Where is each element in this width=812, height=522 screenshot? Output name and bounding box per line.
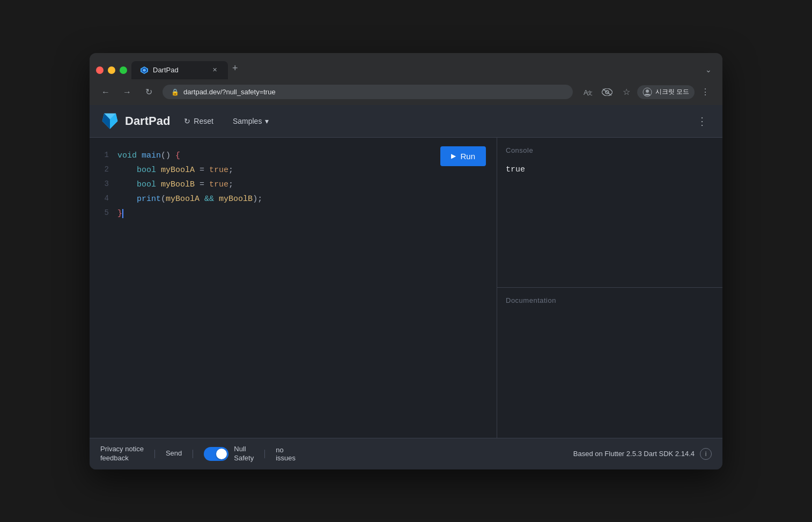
run-play-icon: ▶	[451, 152, 456, 160]
svg-point-8	[646, 90, 649, 93]
reload-button[interactable]: ↻	[141, 85, 156, 100]
line-number-3: 3	[100, 177, 109, 191]
code-editor[interactable]: ▶ Run 1 void main() { 2 bool myBoolA = t…	[90, 138, 497, 438]
dartpad-logo-icon	[100, 111, 120, 131]
run-label: Run	[460, 152, 475, 161]
close-button[interactable]	[96, 66, 104, 74]
code-content-2: bool myBoolA = true;	[117, 163, 233, 177]
privacy-label: Privacy notice	[100, 445, 144, 453]
footer-separator-3	[264, 450, 265, 458]
code-content-3: bool myBoolB = true;	[117, 177, 233, 192]
active-tab[interactable]: DartPad ✕	[131, 61, 228, 79]
version-text: Based on Flutter 2.5.3 Dart SDK 2.14.4	[573, 450, 695, 458]
toggle-knob	[216, 449, 227, 459]
dartpad-title: DartPad	[125, 114, 170, 128]
footer-version: Based on Flutter 2.5.3 Dart SDK 2.14.4 i	[573, 448, 712, 460]
svg-text:文: 文	[587, 90, 593, 96]
traffic-lights	[96, 66, 127, 79]
console-section: Console true	[497, 138, 722, 288]
tab-title: DartPad	[153, 66, 205, 74]
samples-button[interactable]: Samples ▾	[227, 114, 274, 129]
null-safety-toggle[interactable]: NullSafety	[204, 445, 254, 463]
line-number-2: 2	[100, 163, 109, 176]
footer: Privacy notice feedback Send NullSafety …	[90, 438, 722, 469]
menu-icon[interactable]: ⋮	[697, 84, 714, 101]
issues-badge: noissues	[276, 446, 296, 462]
minimize-button[interactable]	[108, 66, 115, 74]
code-line-4: 4 print(myBoolA && myBoolB);	[100, 192, 486, 206]
tab-bar: DartPad ✕ + ⌄	[131, 58, 716, 79]
code-line-5: 5 }	[100, 206, 486, 221]
reset-button[interactable]: ↻ Reset	[179, 114, 219, 129]
line-number-4: 4	[100, 192, 109, 205]
forward-button[interactable]: →	[120, 85, 135, 100]
info-icon-button[interactable]: i	[700, 448, 712, 460]
code-content-5: }	[117, 206, 123, 221]
tab-more-button[interactable]: ⌄	[701, 61, 716, 79]
reset-icon: ↻	[184, 117, 190, 125]
back-button[interactable]: ←	[98, 85, 113, 100]
maximize-button[interactable]	[120, 66, 127, 74]
privacy-notice-link[interactable]: Privacy notice feedback	[100, 445, 144, 463]
toggle-switch[interactable]	[204, 447, 228, 461]
code-line-2: 2 bool myBoolA = true;	[100, 163, 486, 177]
console-output: true	[506, 161, 714, 178]
send-feedback-link[interactable]: Send	[166, 449, 182, 458]
right-panel: Console true Documentation	[497, 138, 722, 438]
line-number-5: 5	[100, 206, 109, 220]
incognito-label: 시크릿 모드	[655, 87, 689, 96]
new-tab-button[interactable]: +	[228, 58, 242, 79]
samples-arrow-icon: ▾	[265, 117, 269, 125]
browser-window: DartPad ✕ + ⌄ ← → ↻ 🔒 dartpad.dev/?null_…	[90, 53, 722, 469]
documentation-title: Documentation	[506, 296, 714, 304]
star-icon[interactable]: ☆	[618, 84, 635, 101]
line-number-1: 1	[100, 148, 109, 162]
more-menu-button[interactable]: ⋮	[692, 113, 712, 130]
code-line-3: 3 bool myBoolB = true;	[100, 177, 486, 192]
footer-separator-2	[193, 450, 193, 458]
toolbar-icons: A 文 ☆ 시크릿 모드 ⋮	[579, 84, 714, 101]
code-line-1: 1 void main() {	[100, 148, 486, 163]
run-button[interactable]: ▶ Run	[440, 146, 486, 166]
title-bar: DartPad ✕ + ⌄	[90, 53, 722, 79]
address-field[interactable]: 🔒 dartpad.dev/?null_safety=true	[163, 85, 573, 99]
footer-separator-1	[154, 450, 155, 458]
dartpad-app: DartPad ↻ Reset Samples ▾ ⋮ ▶ Run	[90, 105, 722, 469]
eye-slash-icon[interactable]	[599, 84, 616, 101]
documentation-section: Documentation	[497, 288, 722, 438]
code-content-1: void main() {	[117, 148, 180, 163]
reset-label: Reset	[194, 117, 213, 125]
tab-close-button[interactable]: ✕	[210, 65, 219, 75]
code-lines: 1 void main() { 2 bool myBoolA = true; 3…	[90, 148, 497, 221]
console-title: Console	[506, 146, 714, 154]
tab-favicon-icon	[140, 66, 149, 74]
null-safety-label: NullSafety	[234, 445, 254, 463]
translate-icon[interactable]: A 文	[579, 84, 596, 101]
svg-line-6	[603, 89, 611, 95]
address-bar: ← → ↻ 🔒 dartpad.dev/?null_safety=true A …	[90, 79, 722, 105]
dartpad-logo: DartPad	[100, 111, 170, 131]
url-text: dartpad.dev/?null_safety=true	[183, 88, 564, 96]
lock-icon: 🔒	[171, 88, 179, 96]
incognito-button[interactable]: 시크릿 모드	[637, 85, 695, 99]
feedback-label: feedback	[100, 454, 129, 462]
code-content-4: print(myBoolA && myBoolB);	[117, 192, 262, 206]
samples-label: Samples	[233, 117, 262, 125]
dartpad-header: DartPad ↻ Reset Samples ▾ ⋮	[90, 105, 722, 138]
main-content: ▶ Run 1 void main() { 2 bool myBoolA = t…	[90, 138, 722, 438]
